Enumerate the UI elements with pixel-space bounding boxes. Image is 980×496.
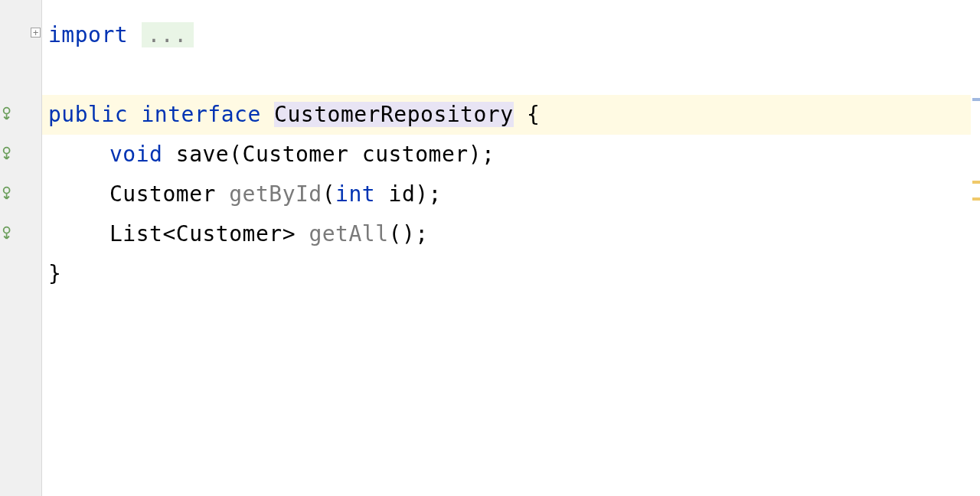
keyword-int: int	[335, 181, 375, 207]
code-line[interactable]: import ...	[42, 15, 980, 55]
interface-name: CustomerRepository	[274, 102, 513, 127]
getall-rest: ();	[389, 221, 429, 246]
code-line[interactable]: public interface CustomerRepository {	[42, 95, 980, 135]
keyword-void: void	[109, 142, 162, 167]
fold-plus: +	[33, 28, 38, 38]
brace-open: {	[514, 102, 541, 127]
marker-warning[interactable]	[972, 197, 980, 201]
paren-open: (	[322, 181, 335, 207]
error-stripe[interactable]	[971, 0, 980, 496]
code-line[interactable]: }	[42, 254, 980, 294]
implemented-icon[interactable]	[2, 225, 17, 240]
implemented-icon[interactable]	[2, 185, 17, 201]
fold-expand-icon[interactable]: +	[31, 28, 41, 38]
blank-line	[42, 55, 980, 95]
code-line[interactable]: Customer getById(int id);	[42, 175, 980, 214]
folded-region[interactable]: ...	[142, 22, 194, 47]
code-editor[interactable]: import ... public interface CustomerRepo…	[42, 0, 980, 496]
method-getall: getAll	[309, 221, 388, 246]
svg-point-2	[4, 188, 10, 194]
marker-caret[interactable]	[972, 98, 980, 101]
type-list: List<Customer>	[109, 221, 309, 246]
implemented-icon[interactable]	[2, 145, 17, 161]
svg-point-1	[4, 148, 10, 154]
code-line[interactable]: List<Customer> getAll();	[42, 214, 980, 254]
implemented-icon[interactable]	[2, 106, 17, 121]
svg-point-3	[4, 227, 10, 233]
svg-point-0	[4, 108, 10, 114]
type-customer: Customer	[109, 181, 229, 207]
keyword-interface: interface	[142, 102, 261, 127]
param-rest: id);	[375, 181, 442, 207]
brace-close: }	[48, 261, 61, 286]
method-save: save(Customer customer);	[162, 142, 495, 167]
keyword-public: public	[48, 102, 128, 127]
code-line[interactable]: void save(Customer customer);	[42, 135, 980, 175]
marker-warning[interactable]	[972, 181, 980, 184]
keyword-import: import	[48, 22, 128, 47]
editor-gutter: +	[0, 0, 42, 496]
method-getbyid: getById	[229, 181, 322, 207]
